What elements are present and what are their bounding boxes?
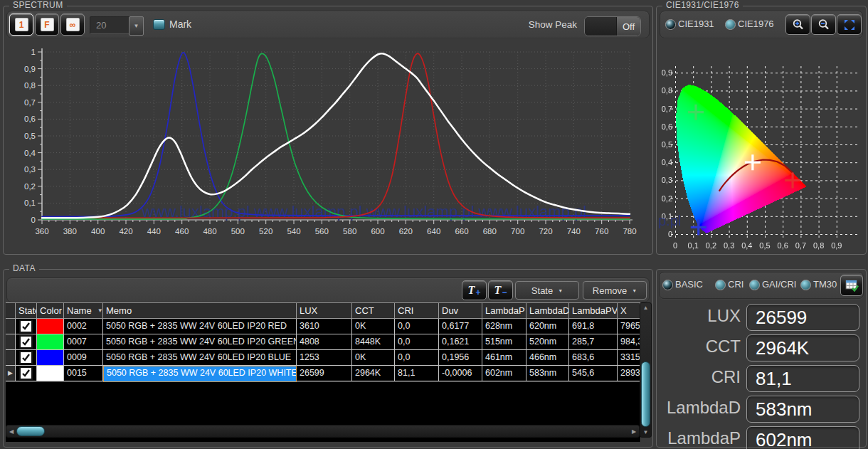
- cell-cri[interactable]: 0,0: [395, 334, 439, 350]
- cell-x[interactable]: 2893: [618, 366, 640, 381]
- state-checkbox-cell[interactable]: [16, 334, 37, 350]
- zoom-out-button[interactable]: [811, 14, 836, 35]
- cell-cct[interactable]: 2964K: [352, 366, 395, 381]
- cell-memo[interactable]: 5050 RGB + 2835 WW 24V 60LED IP20 BLUE: [103, 350, 297, 366]
- fit-view-button[interactable]: [837, 14, 862, 35]
- cie-cie1976-label[interactable]: CIE1976: [738, 19, 774, 29]
- cell-x[interactable]: 3315: [618, 350, 640, 366]
- cell-cri[interactable]: 0,0: [395, 319, 439, 334]
- cell-lambdapv[interactable]: 545,6: [569, 366, 618, 381]
- cell-lambdad[interactable]: 520nm: [526, 334, 569, 350]
- column-header-lux[interactable]: LUX: [297, 302, 352, 319]
- scroll-right-arrow[interactable]: ▶: [630, 426, 637, 437]
- horizontal-scroll-thumb[interactable]: [16, 426, 45, 436]
- cell-duv[interactable]: 0,1621: [439, 334, 482, 350]
- color-swatch[interactable]: [37, 350, 64, 366]
- zoom-in-button[interactable]: [785, 14, 810, 35]
- cell-x[interactable]: 984,3: [618, 334, 640, 350]
- tab-tm30-radio[interactable]: [800, 280, 811, 290]
- state-checkbox-cell[interactable]: [16, 319, 37, 334]
- table-row[interactable]: 00025050 RGB + 2835 WW 24V 60LED IP20 RE…: [6, 319, 641, 334]
- export-table-button[interactable]: [840, 275, 863, 296]
- cie-cie1931-label[interactable]: CIE1931: [678, 19, 714, 29]
- table-horizontal-scrollbar[interactable]: ◀ ▶: [6, 425, 640, 438]
- state-checkbox[interactable]: [19, 351, 33, 364]
- cell-cct[interactable]: 0K: [352, 319, 395, 334]
- view-single-button[interactable]: 1: [9, 14, 33, 36]
- state-checkbox[interactable]: [19, 366, 33, 380]
- table-row[interactable]: 00095050 RGB + 2835 WW 24V 60LED IP20 BL…: [6, 350, 641, 366]
- cell-duv[interactable]: 0,1956: [439, 350, 482, 366]
- cell-lambdap[interactable]: 461nm: [482, 350, 526, 366]
- state-menu-button[interactable]: State ▼: [515, 281, 579, 300]
- remove-menu-button[interactable]: Remove ▼: [583, 281, 647, 300]
- cell-duv[interactable]: 0,6177: [439, 319, 482, 334]
- cell-lux[interactable]: 1253: [297, 350, 352, 366]
- cie-cie1931-radio[interactable]: [665, 19, 676, 30]
- cell-lambdap[interactable]: 515nm: [482, 334, 526, 350]
- state-checkbox-cell[interactable]: [16, 366, 37, 381]
- remove-trace-button[interactable]: T−: [488, 280, 513, 300]
- cell-lux[interactable]: 3610: [297, 319, 352, 334]
- cell-lambdap[interactable]: 602nm: [482, 366, 526, 381]
- cell-x[interactable]: 7965: [618, 319, 640, 334]
- column-header-state[interactable]: State: [16, 302, 37, 319]
- cell-name[interactable]: 0007: [64, 334, 103, 350]
- tab-gaicri-radio[interactable]: [749, 280, 760, 290]
- state-checkbox[interactable]: [19, 319, 33, 333]
- column-header-cri[interactable]: CRI: [395, 302, 439, 319]
- cell-cri[interactable]: 81,1: [395, 366, 439, 381]
- cie-cie1976-radio[interactable]: [725, 19, 736, 30]
- cell-lambdap[interactable]: 628nm: [482, 319, 526, 334]
- vertical-scroll-thumb[interactable]: [641, 361, 650, 427]
- cell-cct[interactable]: 8448K: [352, 334, 395, 350]
- column-header-memo[interactable]: Memo: [103, 302, 297, 319]
- scroll-left-arrow[interactable]: ◀: [8, 426, 15, 437]
- cell-lux[interactable]: 4808: [297, 334, 352, 350]
- column-header-marker[interactable]: [6, 302, 16, 319]
- column-header-cct[interactable]: CCT: [352, 302, 395, 319]
- column-header-lambdad[interactable]: LambdaD: [526, 302, 569, 319]
- scroll-down-arrow[interactable]: ▼: [640, 428, 651, 436]
- column-header-x[interactable]: X: [618, 302, 640, 319]
- tab-gaicri-label[interactable]: GAI/CRI: [762, 279, 796, 290]
- state-checkbox-cell[interactable]: [16, 350, 37, 366]
- cell-lux[interactable]: 26599: [297, 366, 352, 381]
- cell-cct[interactable]: 0K: [352, 350, 395, 366]
- view-fixed-button[interactable]: F: [35, 14, 59, 36]
- view-continuous-button[interactable]: ∞: [60, 14, 85, 36]
- cell-name[interactable]: 0015: [64, 366, 103, 381]
- cell-cri[interactable]: 0,0: [395, 350, 439, 366]
- tab-basic-label[interactable]: BASIC: [675, 279, 703, 290]
- column-header-duv[interactable]: Duv: [439, 302, 482, 319]
- cell-duv[interactable]: -0,0006: [439, 366, 482, 381]
- column-header-color[interactable]: Color: [37, 302, 64, 319]
- color-swatch[interactable]: [37, 319, 64, 334]
- cell-lambdad[interactable]: 583nm: [526, 366, 569, 381]
- cell-lambdapv[interactable]: 285,7: [569, 334, 618, 350]
- column-header-name[interactable]: Name▼: [64, 302, 103, 319]
- cell-memo[interactable]: 5050 RGB + 2835 WW 24V 60LED IP20 RED: [103, 319, 297, 334]
- cell-lambdapv[interactable]: 691,8: [569, 319, 618, 334]
- tab-basic-radio[interactable]: [662, 280, 673, 290]
- table-row[interactable]: ▶00155050 RGB + 2835 WW 24V 60LED IP20 W…: [6, 366, 641, 382]
- tab-tm30-label[interactable]: TM30: [813, 279, 837, 290]
- column-header-lambdapv[interactable]: LambdaPV: [569, 302, 618, 319]
- average-count-dropdown-arrow[interactable]: ▼: [129, 16, 144, 36]
- cell-name[interactable]: 0002: [64, 319, 103, 334]
- table-row[interactable]: 00075050 RGB + 2835 WW 24V 60LED IP20 GR…: [6, 334, 641, 350]
- color-swatch[interactable]: [37, 334, 64, 350]
- cell-memo[interactable]: 5050 RGB + 2835 WW 24V 60LED IP20 WHITE: [103, 366, 297, 382]
- cell-lambdad[interactable]: 620nm: [526, 319, 569, 334]
- cell-memo[interactable]: 5050 RGB + 2835 WW 24V 60LED IP20 GREEN: [103, 334, 297, 350]
- column-header-lambdap[interactable]: LambdaP: [482, 302, 526, 319]
- show-peak-toggle[interactable]: Off: [584, 16, 641, 36]
- add-trace-button[interactable]: T+: [462, 280, 487, 300]
- scroll-up-arrow[interactable]: ▲: [640, 304, 651, 312]
- cell-lambdapv[interactable]: 683,6: [569, 350, 618, 366]
- tab-cri-radio[interactable]: [715, 280, 726, 290]
- mark-checkbox[interactable]: [153, 19, 165, 30]
- cell-name[interactable]: 0009: [64, 350, 103, 366]
- state-checkbox[interactable]: [19, 335, 33, 349]
- color-swatch[interactable]: [37, 366, 64, 381]
